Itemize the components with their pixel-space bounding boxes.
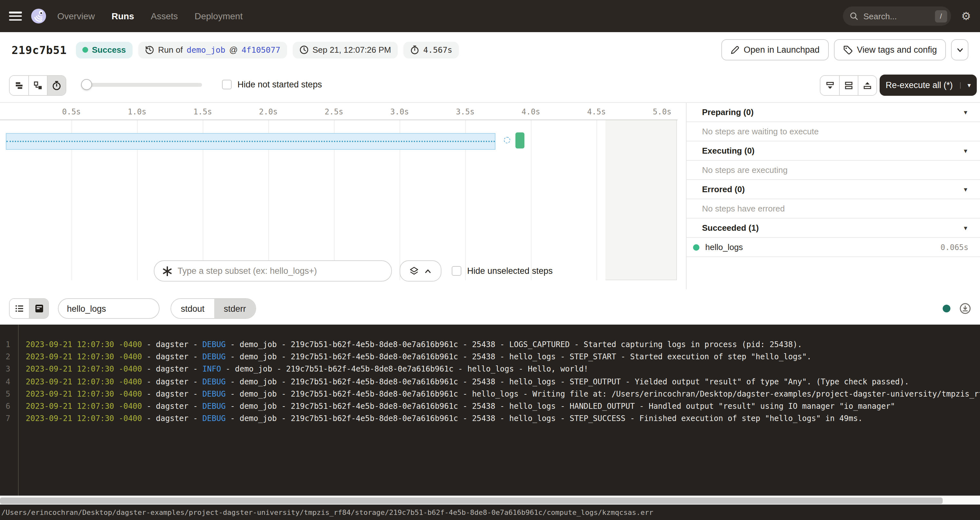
menu-icon[interactable] — [9, 11, 22, 21]
waiting-bar — [6, 133, 495, 150]
log-line: 42023-09-21 12:07:30 -0400 - dagster - D… — [0, 376, 980, 388]
dagster-run-page: Overview Runs Assets Deployment / ⚙ 219c… — [0, 0, 980, 520]
stdout-stderr-tabs: stdout stderr — [170, 298, 256, 319]
step-duration: 0.065s — [940, 243, 969, 252]
chevron-up-icon — [424, 267, 432, 275]
clock-icon — [299, 45, 309, 55]
tab-stderr[interactable]: stderr — [214, 299, 256, 318]
run-id: 219c7b51 — [11, 43, 67, 56]
axis-tick: 5.0s — [653, 107, 671, 116]
collapse-bottom-panel-button[interactable] — [821, 76, 839, 95]
section-errored[interactable]: Errored (0)▼ — [687, 180, 980, 199]
nav-item-assets[interactable]: Assets — [151, 11, 178, 21]
axis-tick: 1.5s — [193, 107, 212, 116]
hide-not-started-checkbox[interactable] — [222, 80, 232, 89]
section-succeeded[interactable]: Succeeded (1)▼ — [687, 219, 980, 238]
timed-view-button[interactable] — [47, 76, 66, 95]
hide-unselected-checkbox[interactable] — [452, 266, 461, 276]
axis-tick: 3.5s — [456, 107, 474, 116]
duration-tag: 4.567s — [404, 41, 459, 58]
section-preparing[interactable]: Preparing (0)▼ — [687, 103, 980, 122]
expand-bottom-panel-button[interactable] — [858, 76, 877, 95]
step-subset-inputbox[interactable] — [154, 260, 392, 282]
section-collapse-icon[interactable]: ▼ — [963, 147, 969, 154]
timer-icon — [410, 45, 420, 55]
op-selector-icon — [162, 266, 172, 276]
waterfall-view-button[interactable] — [28, 76, 47, 95]
download-icon[interactable] — [959, 303, 971, 314]
run-status-panel: Preparing (0)▼ No steps are waiting to e… — [686, 103, 980, 289]
axis-tick: 3.0s — [390, 107, 409, 116]
executing-empty-text: No steps are executing — [687, 161, 980, 180]
zoom-slider[interactable] — [82, 83, 202, 87]
open-in-launchpad-button[interactable]: Open in Launchpad — [721, 39, 829, 60]
time-axis: 0.5s1.0s1.5s2.0s2.5s3.0s3.5s4.0s4.5s5.0s — [0, 103, 678, 120]
log-step-filter-input[interactable] — [58, 298, 159, 319]
pencil-icon — [730, 45, 739, 54]
step-subset-input[interactable] — [178, 266, 383, 276]
horizontal-scrollbar[interactable] — [0, 496, 980, 504]
structured-log-view-button[interactable] — [10, 299, 29, 318]
zoom-slider-handle[interactable] — [81, 79, 92, 90]
flat-view-button[interactable] — [10, 76, 28, 95]
gridline — [531, 120, 531, 280]
log-lines: 12023-09-21 12:07:30 -0400 - dagster - D… — [0, 339, 980, 425]
console-icon — [34, 303, 44, 314]
section-executing[interactable]: Executing (0)▼ — [687, 141, 980, 161]
axis-tick: 2.0s — [259, 107, 278, 116]
tab-stdout[interactable]: stdout — [171, 299, 214, 318]
log-line: 52023-09-21 12:07:30 -0400 - dagster - D… — [0, 388, 980, 400]
step-success-dot-icon — [693, 244, 700, 250]
gutter-divider — [18, 325, 19, 496]
dependency-dotted-line — [6, 141, 495, 142]
errored-empty-text: No steps have errored — [687, 199, 980, 219]
layers-icon — [409, 266, 419, 276]
raw-log-panel[interactable]: 12023-09-21 12:07:30 -0400 - dagster - D… — [0, 325, 980, 496]
hide-unselected-label: Hide unselected steps — [467, 266, 553, 276]
search-box[interactable]: / — [843, 6, 951, 26]
expand-panel-icon — [862, 80, 873, 90]
log-line: 12023-09-21 12:07:30 -0400 - dagster - D… — [0, 339, 980, 351]
log-view-toggle-group — [9, 298, 49, 319]
succeeded-step-row[interactable]: hello_logs 0.065s — [687, 238, 980, 257]
step-name: hello_logs — [705, 242, 743, 252]
commit-link[interactable]: 4f105077 — [242, 45, 280, 55]
gantt-view-toggle-group — [9, 75, 66, 96]
split-panels-button[interactable] — [839, 76, 858, 95]
job-link[interactable]: demo_job — [187, 45, 225, 55]
waterfall-view-icon — [33, 80, 43, 90]
panel-layout-group — [820, 75, 877, 96]
step-start-marker-icon — [504, 137, 511, 143]
axis-tick: 0.5s — [62, 107, 81, 116]
axis-tick: 1.0s — [128, 107, 146, 116]
chevron-down-icon — [956, 46, 964, 54]
section-collapse-icon[interactable]: ▼ — [963, 109, 969, 116]
log-line: 62023-09-21 12:07:30 -0400 - dagster - D… — [0, 400, 980, 413]
reexecute-all-button[interactable]: Re-execute all (*) ▾ — [880, 75, 977, 96]
success-dot-icon — [82, 47, 88, 53]
nav-item-deployment[interactable]: Deployment — [195, 11, 243, 21]
nav-item-runs[interactable]: Runs — [111, 11, 134, 21]
flat-view-icon — [14, 80, 24, 90]
section-collapse-icon[interactable]: ▼ — [963, 225, 969, 231]
search-input[interactable] — [864, 11, 935, 21]
log-toolbar: stdout stderr — [0, 292, 980, 325]
axis-tick: 2.5s — [325, 107, 343, 116]
dagster-logo-icon[interactable] — [30, 8, 47, 24]
raw-log-view-button[interactable] — [29, 299, 48, 318]
axis-tick: 4.5s — [587, 107, 606, 116]
section-collapse-icon[interactable]: ▼ — [963, 186, 969, 192]
list-icon — [14, 303, 24, 314]
log-line: 22023-09-21 12:07:30 -0400 - dagster - D… — [0, 351, 980, 363]
step-bar-hello-logs[interactable] — [515, 132, 524, 149]
horizontal-scrollbar-thumb[interactable] — [0, 498, 943, 504]
view-tags-config-button[interactable]: View tags and config — [834, 39, 946, 60]
nav-item-overview[interactable]: Overview — [57, 11, 95, 21]
gear-icon[interactable]: ⚙ — [961, 11, 971, 22]
split-panels-icon — [843, 80, 854, 90]
reexecute-dropdown-caret[interactable]: ▾ — [960, 82, 970, 89]
run-actions-dropdown-button[interactable] — [951, 39, 969, 60]
graph-query-options-button[interactable] — [399, 260, 441, 282]
log-line: 72023-09-21 12:07:30 -0400 - dagster - D… — [0, 413, 980, 425]
run-header: 219c7b51 Success Run of demo_job @ 4f105… — [0, 32, 980, 68]
